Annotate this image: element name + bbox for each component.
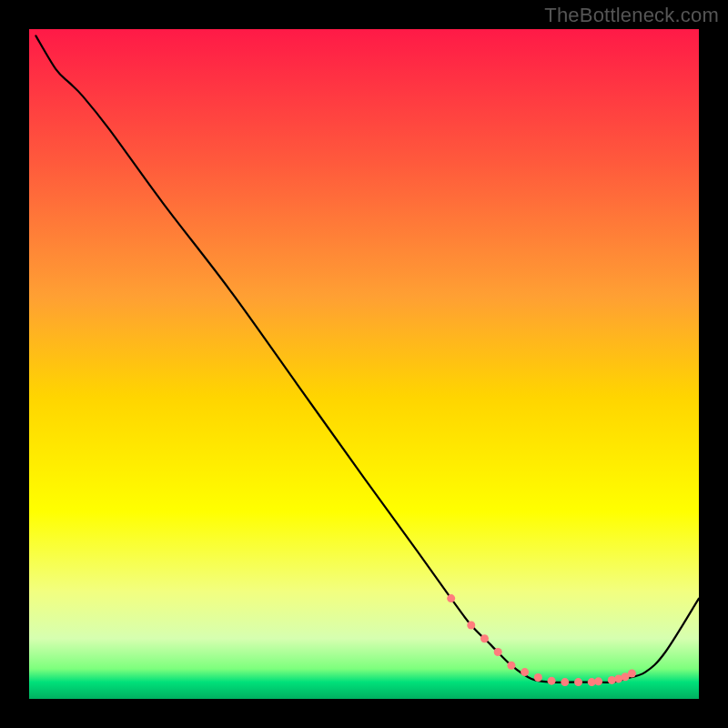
highlight-marker (534, 673, 542, 682)
chart-svg (29, 29, 699, 699)
highlight-marker (494, 648, 502, 656)
highlight-marker (447, 594, 455, 602)
highlight-marker (507, 662, 515, 670)
highlight-marker (521, 668, 529, 676)
watermark-text: TheBottleneck.com (544, 4, 719, 27)
highlight-marker (574, 678, 582, 686)
chart-frame: TheBottleneck.com (0, 0, 728, 728)
gradient-background (29, 29, 699, 699)
highlight-marker (467, 622, 475, 630)
highlight-marker (594, 677, 602, 685)
highlight-marker (548, 677, 556, 685)
plot-area (29, 29, 699, 699)
highlight-marker (480, 634, 489, 642)
highlight-marker (628, 670, 636, 678)
highlight-marker (561, 678, 569, 686)
